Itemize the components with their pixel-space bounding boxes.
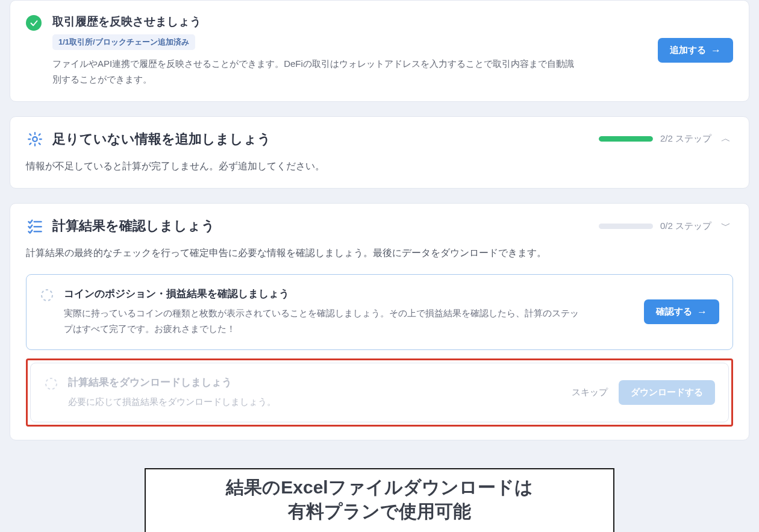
check-complete-icon	[26, 15, 42, 31]
callout-annotation: 結果のExcelファイルダウンロードは 有料プランで使用可能	[145, 468, 614, 532]
progress-fill	[599, 136, 653, 142]
section-confirm-results: 計算結果を確認しましょう 0/2 ステップ ﹀ 計算結果の最終的なチェックを行っ…	[10, 203, 749, 440]
progress-bar	[599, 224, 653, 229]
arrow-right-icon: →	[711, 45, 721, 55]
annotation-line-1: 結果のExcelファイルダウンロードは	[158, 475, 601, 500]
confirm-button-label: 確認する	[656, 306, 692, 318]
confirm-button[interactable]: 確認する →	[644, 299, 719, 324]
substep-description: 必要に応じて損益結果をダウンロードしましょう。	[68, 394, 562, 410]
gear-icon	[26, 130, 44, 148]
step-description: ファイルやAPI連携で履歴を反映させることができます。DeFiの取引はウォレット…	[52, 56, 583, 88]
annotation-line-2: 有料プランで使用可能	[158, 499, 601, 524]
step-title: 取引履歴を反映させましょう	[52, 14, 647, 30]
substep-title: コインのポジション・損益結果を確認しましょう	[64, 287, 634, 301]
section-description: 情報が不足していると計算が完了しません。必ず追加してください。	[26, 158, 733, 175]
chevron-up-icon[interactable]: ︿	[719, 130, 733, 148]
substep-confirm-positions: コインのポジション・損益結果を確認しましょう 実際に持っているコインの種類と枚数…	[26, 274, 733, 350]
pending-circle-icon	[40, 288, 54, 302]
svg-point-5	[46, 378, 57, 389]
chevron-down-icon[interactable]: ﹀	[719, 217, 733, 235]
substep-title: 計算結果をダウンロードしましょう	[68, 375, 562, 389]
checklist-icon	[26, 217, 44, 235]
section-title: 計算結果を確認しましょう	[52, 217, 590, 235]
exchange-count-badge: 1/1取引所/ブロックチェーン追加済み	[52, 34, 195, 50]
section-title: 足りていない情報を追加しましょう	[52, 130, 590, 148]
highlight-annotation-box: 計算結果をダウンロードしましょう 必要に応じて損益結果をダウンロードしましょう。…	[26, 358, 733, 427]
substep-description: 実際に持っているコインの種類と枚数が表示されていることを確認しましょう。その上で…	[64, 305, 582, 337]
substep-download-results: 計算結果をダウンロードしましょう 必要に応じて損益結果をダウンロードしましょう。…	[30, 363, 729, 422]
add-button[interactable]: 追加する →	[658, 38, 733, 63]
progress-bar	[599, 136, 653, 142]
download-button[interactable]: ダウンロードする	[619, 380, 715, 405]
arrow-right-icon: →	[697, 307, 707, 317]
step-body: 取引履歴を反映させましょう 1/1取引所/ブロックチェーン追加済み ファイルやA…	[52, 14, 647, 88]
section-add-missing-info: 足りていない情報を追加しましょう 2/2 ステップ ︿ 情報が不足していると計算…	[10, 116, 749, 189]
progress-text: 0/2 ステップ	[660, 221, 711, 232]
download-button-label: ダウンロードする	[631, 387, 703, 398]
section-description: 計算結果の最終的なチェックを行って確定申告に必要な情報を確認しましょう。最後にデ…	[26, 245, 733, 262]
svg-point-4	[42, 290, 52, 301]
add-button-label: 追加する	[670, 45, 706, 56]
progress-indicator: 2/2 ステップ ︿	[599, 130, 733, 148]
progress-text: 2/2 ステップ	[660, 133, 711, 145]
svg-point-0	[33, 137, 37, 141]
skip-link[interactable]: スキップ	[572, 387, 608, 398]
progress-indicator: 0/2 ステップ ﹀	[599, 217, 733, 235]
step-reflect-transactions: 取引履歴を反映させましょう 1/1取引所/ブロックチェーン追加済み ファイルやA…	[10, 0, 749, 102]
pending-circle-icon	[44, 377, 58, 391]
